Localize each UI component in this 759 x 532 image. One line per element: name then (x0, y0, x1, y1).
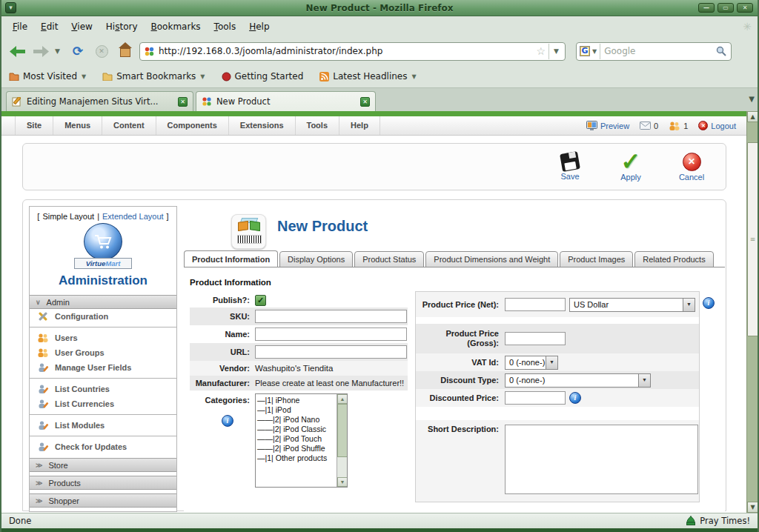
menu-tools[interactable]: Tools (208, 18, 243, 36)
search-icon[interactable] (715, 45, 727, 57)
menu-history[interactable]: History (99, 18, 145, 36)
currency-select[interactable]: US Dollar ▼ (569, 298, 695, 312)
close-button[interactable]: ✕ (737, 3, 753, 13)
category-option[interactable]: ——|2| iPod Touch (257, 434, 336, 444)
category-option[interactable]: ——|2| iPod Classic (257, 425, 336, 434)
sidebar-item-check-for-updates[interactable]: Check for Updates (30, 439, 176, 454)
simple-layout-link[interactable]: Simple Layout (42, 212, 94, 221)
minimize-button[interactable]: — (698, 3, 715, 13)
stop-button[interactable]: ✕ (92, 41, 111, 61)
sku-input[interactable] (255, 310, 407, 323)
scrollbar-thumb[interactable] (337, 404, 348, 457)
sidebar-item-user-groups[interactable]: User Groups (30, 345, 176, 360)
scroll-up-icon[interactable]: ▲ (747, 111, 758, 122)
discount-type-select[interactable]: 0 (-none-) ▼ (505, 373, 651, 388)
tab-list-dropdown[interactable]: ▼ (749, 95, 755, 103)
forward-button[interactable] (31, 41, 50, 61)
url-input[interactable] (159, 46, 533, 56)
jmenu-menus[interactable]: Menus (53, 116, 102, 135)
sidebar-section-store[interactable]: ≫ Store (30, 458, 176, 472)
sidebar-section-admin[interactable]: ∨ Admin (30, 295, 176, 309)
short-description-textarea[interactable] (505, 425, 698, 494)
bookmark-latest-headlines[interactable]: Latest Headlines▼ (319, 71, 416, 82)
back-button[interactable] (7, 41, 27, 61)
category-option[interactable]: ——|2| iPod Shuffle (257, 444, 336, 453)
apply-button[interactable]: ✓ Apply (613, 152, 649, 182)
jmenu-tools[interactable]: Tools (296, 116, 340, 135)
message-counter[interactable]: 0 (640, 122, 658, 130)
sidebar-item-users[interactable]: Users (30, 330, 176, 345)
save-button[interactable]: Save (552, 153, 588, 181)
name-input[interactable] (255, 327, 407, 341)
history-dropdown[interactable]: ▼ (55, 47, 64, 55)
category-option[interactable]: —|1| iPhone (257, 396, 336, 405)
publish-checkbox[interactable]: ✓ (255, 295, 266, 306)
tab-close-icon[interactable]: ✕ (360, 97, 370, 107)
bookmark-star-icon[interactable]: ☆ (533, 45, 548, 57)
preview-link[interactable]: Preview (586, 121, 629, 130)
page-scrollbar[interactable]: ▲ ▼ (746, 111, 758, 513)
scroll-down-icon[interactable]: ▼ (337, 477, 348, 487)
tab-related-products[interactable]: Related Products (634, 251, 713, 267)
info-icon[interactable]: i (222, 415, 233, 427)
category-option[interactable]: —|1| Other products (257, 453, 336, 463)
search-input[interactable] (600, 46, 715, 56)
tab-product-images[interactable]: Product Images (560, 251, 633, 267)
bookmark-smart-bookmarks[interactable]: Smart Bookmarks▼ (102, 71, 205, 82)
menu-help[interactable]: Help (242, 18, 276, 36)
sidebar-section-products[interactable]: ≫ Products (30, 476, 176, 490)
sidebar-item-list-modules[interactable]: List Modules (30, 418, 176, 433)
extended-layout-link[interactable]: Extended Layout (102, 212, 164, 221)
price-gross-input[interactable] (505, 332, 566, 345)
maximize-button[interactable]: ▭ (717, 3, 734, 13)
cancel-button[interactable]: ✕ Cancel (674, 153, 709, 182)
scroll-down-icon[interactable]: ▼ (747, 502, 758, 513)
online-users-counter[interactable]: 1 (669, 122, 688, 130)
tab-product-dimensions[interactable]: Product Dimensions and Weight (425, 251, 558, 267)
jmenu-components[interactable]: Components (156, 116, 229, 135)
category-option[interactable]: ——|2| iPod Nano (257, 415, 336, 425)
url-dropdown[interactable]: ▼ (548, 44, 563, 59)
tab-product-information[interactable]: Product Information (184, 250, 278, 267)
listbox-scrollbar[interactable]: ▲ ▼ (337, 394, 347, 487)
menu-view[interactable]: View (64, 18, 99, 36)
jmenu-help[interactable]: Help (339, 116, 380, 135)
scroll-up-icon[interactable]: ▲ (337, 394, 348, 404)
search-bar[interactable]: G ▼ (576, 42, 732, 61)
home-button[interactable] (116, 41, 135, 61)
categories-listbox[interactable]: —|1| iPhone —|1| iPod ——|2| iPod Nano ——… (255, 393, 348, 488)
url-bar[interactable]: ☆ ▼ (139, 42, 566, 61)
sidebar-item-configuration[interactable]: Configuration (30, 309, 176, 324)
tab-close-icon[interactable]: ✕ (178, 97, 188, 107)
menu-edit[interactable]: Edit (34, 18, 64, 36)
price-net-input[interactable] (505, 298, 566, 311)
info-icon[interactable]: i (703, 297, 715, 309)
bookmark-most-visited[interactable]: Most Visited▼ (9, 71, 86, 82)
search-engine-selector[interactable]: G ▼ (577, 44, 600, 59)
titlebar[interactable]: ▾ New Product - Mozilla Firefox — ▭ ✕ (1, 0, 758, 16)
window-icon[interactable]: ▾ (5, 2, 16, 13)
category-option[interactable]: —|1| iPod (257, 405, 336, 415)
sidebar-section-shopper[interactable]: ≫ Shopper (30, 493, 176, 508)
tab-product-status[interactable]: Product Status (354, 251, 424, 267)
info-icon[interactable]: i (569, 392, 581, 404)
praytimes-addon[interactable]: Pray Times! (686, 516, 750, 526)
jmenu-site[interactable]: Site (15, 116, 53, 135)
reload-button[interactable]: ⟳ (68, 41, 87, 61)
tab-new-product[interactable]: New Product ✕ (196, 91, 376, 111)
tab-display-options[interactable]: Display Options (279, 251, 353, 267)
discounted-price-input[interactable] (505, 391, 566, 405)
menu-bookmarks[interactable]: Bookmarks (145, 18, 208, 36)
sidebar-item-list-countries[interactable]: List Countries (30, 382, 176, 396)
logout-link[interactable]: ✕ Logout (698, 121, 736, 130)
menu-file[interactable]: File (6, 18, 34, 36)
tab-editing-manajemen[interactable]: Editing Manajemen Situs Virt... ✕ (6, 91, 193, 111)
sidebar-item-list-currencies[interactable]: List Currencies (30, 396, 176, 411)
sidebar-item-manage-user-fields[interactable]: Manage User Fields (30, 360, 176, 375)
scrollbar-thumb[interactable] (747, 142, 758, 336)
url-input-field[interactable] (255, 345, 407, 359)
bookmark-getting-started[interactable]: Getting Started (222, 71, 304, 82)
vat-select[interactable]: 0 (-none-) ▼ (505, 356, 558, 370)
jmenu-extensions[interactable]: Extensions (229, 116, 296, 135)
jmenu-content[interactable]: Content (102, 116, 156, 135)
